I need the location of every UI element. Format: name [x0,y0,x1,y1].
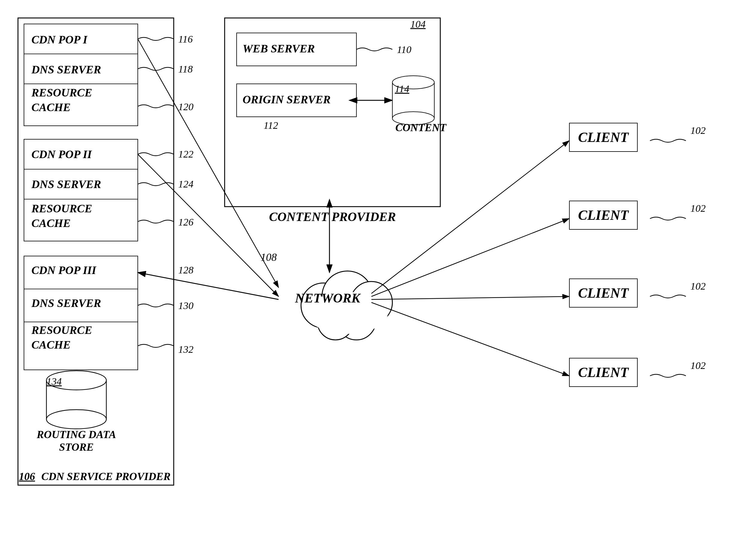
cdn-provider-label: 106 CDN SERVICE PROVIDER [19,470,171,483]
ref-102-3: 102 [690,281,705,292]
svg-point-31 [318,304,353,340]
ref-132: 132 [178,344,194,355]
pop1-label3: RESOURCECACHE [31,85,92,115]
ref-124: 124 [178,179,194,190]
content-provider-ref: 104 [410,18,426,30]
ref-122: 122 [178,148,194,160]
network-label: NETWORK [295,290,360,306]
ref-116: 116 [178,33,193,45]
pop3-label2: DNS SERVER [31,296,101,310]
client-box-3: CLIENT [569,279,638,307]
ref-114: 114 [395,83,409,95]
ref-102-2: 102 [690,203,705,214]
ref-102-4: 102 [690,360,705,371]
content-provider-label: CONTENT PROVIDER [230,210,434,224]
ref-102-1: 102 [690,125,705,136]
pop2-label2: DNS SERVER [31,178,101,191]
origin-server-label: ORIGIN SERVER [243,93,331,106]
pop1-label1: CDN POP I [31,33,87,46]
svg-line-40 [372,302,569,376]
pop2-label1: CDN POP II [31,148,92,161]
pop1-label2: DNS SERVER [31,63,101,76]
ref-128: 128 [178,265,194,276]
svg-line-35 [138,154,279,296]
ref-130: 130 [178,300,194,311]
pop3-label1: CDN POP III [31,264,96,277]
routing-store-label: ROUTING DATA STORE [22,428,130,453]
client-box-4: CLIENT [569,358,638,387]
svg-line-34 [138,39,279,287]
ref-108: 108 [261,251,277,264]
svg-line-38 [372,219,569,296]
svg-point-30 [337,301,376,340]
ref-110: 110 [397,44,411,55]
web-server-label: WEB SERVER [243,42,315,55]
svg-point-26 [47,410,106,429]
pop3-label3: RESOURCECACHE [31,323,92,352]
client-box-2: CLIENT [569,201,638,230]
svg-line-39 [372,296,569,299]
ref-112: 112 [264,120,278,131]
routing-store-ref: 134 [47,376,62,387]
content-label: CONTENT [395,121,446,134]
ref-118: 118 [178,64,193,75]
ref-126: 126 [178,216,194,228]
svg-line-33 [138,273,279,299]
pop2-label3: RESOURCECACHE [31,201,92,231]
ref-120: 120 [178,101,194,113]
client-box-1: CLIENT [569,123,638,152]
